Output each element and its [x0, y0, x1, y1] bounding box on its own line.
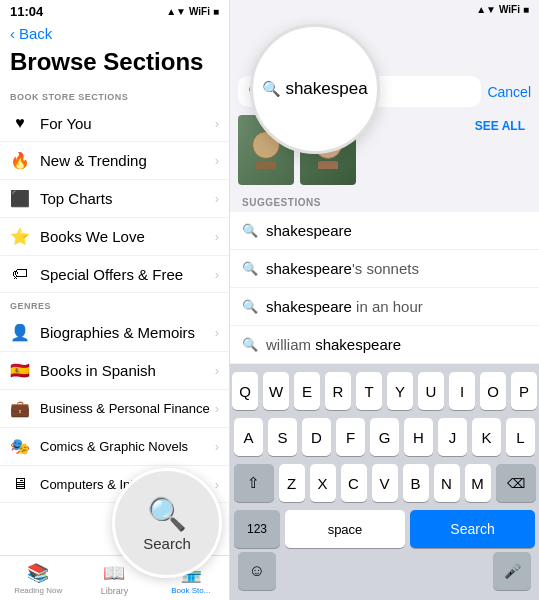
search-tab-circle[interactable]: 🔍 Search: [112, 468, 222, 578]
keyboard-row-1: Q W E R T Y U I O P: [234, 372, 535, 410]
back-chevron-icon: ‹: [10, 25, 15, 42]
library-icon: 📖: [103, 562, 125, 584]
list-item-special-offers[interactable]: 🏷 Special Offers & Free ›: [0, 256, 229, 293]
key-y[interactable]: Y: [387, 372, 413, 410]
key-c[interactable]: C: [341, 464, 367, 502]
key-emoji[interactable]: ☺: [238, 552, 276, 590]
key-m[interactable]: M: [465, 464, 491, 502]
key-delete[interactable]: ⌫: [496, 464, 536, 502]
key-l[interactable]: L: [506, 418, 535, 456]
fire-icon: 🔥: [10, 151, 30, 170]
suggestions-header: SUGGESTIONS: [230, 189, 539, 212]
status-time: 11:04: [10, 4, 43, 19]
suggestion-item-4[interactable]: 🔍 william shakespeare: [230, 326, 539, 364]
special-offers-label: Special Offers & Free: [40, 266, 183, 283]
key-t[interactable]: T: [356, 372, 382, 410]
keyboard-row-3: ⇧ Z X C V B N M ⌫: [234, 464, 535, 502]
key-mic[interactable]: 🎤: [493, 552, 531, 590]
chevron-icon: ›: [215, 153, 219, 168]
chevron-icon: ›: [215, 229, 219, 244]
suggestion-text-3: shakespeare in an hour: [266, 298, 423, 315]
see-all-button[interactable]: SEE ALL: [469, 115, 531, 137]
right-status-bar: ▲▼ WiFi ■: [230, 0, 539, 17]
key-search[interactable]: Search: [410, 510, 535, 548]
chart-icon: ⬛: [10, 189, 30, 208]
key-a[interactable]: A: [234, 418, 263, 456]
key-s[interactable]: S: [268, 418, 297, 456]
comics-label: Comics & Graphic Novels: [40, 439, 188, 454]
business-icon: 💼: [10, 399, 30, 418]
left-panel: 11:04 ▲▼ WiFi ■ ‹ Back Browse Sections B…: [0, 0, 230, 600]
reading-now-icon: 📚: [27, 562, 49, 584]
status-icons: ▲▼ WiFi ■: [166, 6, 219, 17]
list-item-new-trending[interactable]: 🔥 New & Trending ›: [0, 142, 229, 180]
key-r[interactable]: R: [325, 372, 351, 410]
suggestion-text-2: shakespeare's sonnets: [266, 260, 419, 277]
keyboard-row-4: 123 space Search: [234, 510, 535, 548]
key-o[interactable]: O: [480, 372, 506, 410]
chevron-icon: ›: [215, 191, 219, 206]
key-h[interactable]: H: [404, 418, 433, 456]
list-item-books-we-love[interactable]: ⭐ Books We Love ›: [0, 218, 229, 256]
key-d[interactable]: D: [302, 418, 331, 456]
star-icon: ⭐: [10, 227, 30, 246]
suggestion-text-4: william shakespeare: [266, 336, 401, 353]
back-button[interactable]: ‹ Back: [0, 21, 229, 46]
key-p[interactable]: P: [511, 372, 537, 410]
key-x[interactable]: X: [310, 464, 336, 502]
list-item-books-spanish[interactable]: 🇪🇸 Books in Spanish ›: [0, 352, 229, 390]
spanish-icon: 🇪🇸: [10, 361, 30, 380]
search-suggest-icon-4: 🔍: [242, 337, 258, 352]
comics-icon: 🎭: [10, 437, 30, 456]
search-circle-icon: 🔍: [147, 495, 187, 533]
top-charts-label: Top Charts: [40, 190, 113, 207]
keyboard-row-2: A S D F G H J K L: [234, 418, 535, 456]
business-label: Business & Personal Finance: [40, 401, 210, 416]
right-panel: ▲▼ WiFi ■ 🔍 shakespea 🔍 shakespea Cancel: [230, 0, 539, 600]
list-item-biographies[interactable]: 👤 Biographies & Memoirs ›: [0, 314, 229, 352]
key-f[interactable]: F: [336, 418, 365, 456]
tab-reading-now[interactable]: 📚 Reading Now: [0, 562, 76, 596]
list-item-business[interactable]: 💼 Business & Personal Finance ›: [0, 390, 229, 428]
key-n[interactable]: N: [434, 464, 460, 502]
list-item-for-you[interactable]: ♥ For You ›: [0, 105, 229, 142]
biographies-label: Biographies & Memoirs: [40, 324, 195, 341]
reading-now-label: Reading Now: [14, 586, 62, 595]
chevron-icon: ›: [215, 116, 219, 131]
key-q[interactable]: Q: [232, 372, 258, 410]
key-g[interactable]: G: [370, 418, 399, 456]
back-label: Back: [19, 25, 52, 42]
chevron-icon: ›: [215, 439, 219, 454]
chevron-icon: ›: [215, 477, 219, 492]
section-header-genres: GENRES: [0, 293, 229, 314]
chevron-icon: ›: [215, 401, 219, 416]
list-item-comics[interactable]: 🎭 Comics & Graphic Novels ›: [0, 428, 229, 466]
key-space[interactable]: space: [285, 510, 405, 548]
key-e[interactable]: E: [294, 372, 320, 410]
key-u[interactable]: U: [418, 372, 444, 410]
right-signal-icon: ▲▼: [476, 4, 496, 15]
search-suggest-icon-1: 🔍: [242, 223, 258, 238]
keyboard-row-5: ☺ 🎤: [234, 552, 535, 592]
key-w[interactable]: W: [263, 372, 289, 410]
search-suggest-icon-2: 🔍: [242, 261, 258, 276]
key-z[interactable]: Z: [279, 464, 305, 502]
suggestion-item-1[interactable]: 🔍 shakespeare: [230, 212, 539, 250]
key-k[interactable]: K: [472, 418, 501, 456]
key-i[interactable]: I: [449, 372, 475, 410]
books-spanish-label: Books in Spanish: [40, 362, 156, 379]
key-b[interactable]: B: [403, 464, 429, 502]
keyboard: Q W E R T Y U I O P A S D F G H J K L ⇧ …: [230, 364, 539, 600]
magnify-content: 🔍 shakespea: [262, 79, 367, 99]
section-header-bookstore: BOOK STORE SECTIONS: [0, 84, 229, 105]
cancel-button[interactable]: Cancel: [487, 84, 531, 100]
list-item-top-charts[interactable]: ⬛ Top Charts ›: [0, 180, 229, 218]
key-j[interactable]: J: [438, 418, 467, 456]
key-v[interactable]: V: [372, 464, 398, 502]
chevron-icon: ›: [215, 325, 219, 340]
key-123[interactable]: 123: [234, 510, 280, 548]
right-wifi-icon: WiFi: [499, 4, 520, 15]
key-shift[interactable]: ⇧: [234, 464, 274, 502]
suggestion-item-3[interactable]: 🔍 shakespeare in an hour: [230, 288, 539, 326]
suggestion-item-2[interactable]: 🔍 shakespeare's sonnets: [230, 250, 539, 288]
